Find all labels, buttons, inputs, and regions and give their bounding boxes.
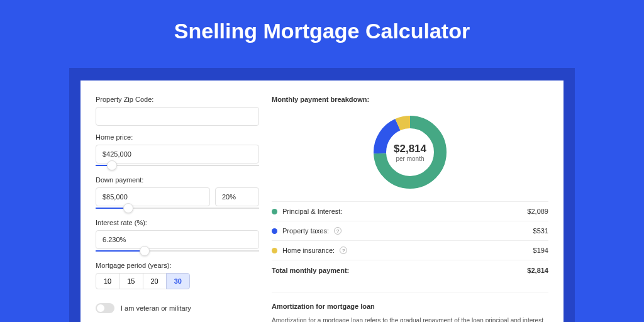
zip-input[interactable] bbox=[96, 107, 259, 126]
legend-label: Home insurance: bbox=[282, 247, 335, 254]
dot-icon bbox=[272, 248, 277, 253]
dot-icon bbox=[272, 228, 277, 234]
period-label: Mortgage period (years): bbox=[96, 262, 259, 269]
legend-value: $531 bbox=[533, 227, 548, 235]
donut-center: $2,814 per month bbox=[372, 114, 448, 190]
dot-icon bbox=[272, 209, 277, 214]
donut-sub: per month bbox=[396, 155, 424, 162]
slider-fill bbox=[96, 250, 145, 252]
total-row: Total monthly payment: $2,814 bbox=[272, 260, 548, 280]
form-column: Property Zip Code: Home price: Down paym… bbox=[96, 96, 259, 307]
breakdown-column: Monthly payment breakdown: $2,814 per mo… bbox=[272, 96, 548, 307]
donut-value: $2,814 bbox=[394, 143, 426, 155]
home-price-label: Home price: bbox=[96, 133, 259, 141]
slider-thumb[interactable] bbox=[123, 203, 133, 213]
amortization-title: Amortization for mortgage loan bbox=[272, 303, 548, 310]
donut-chart-wrap: $2,814 per month bbox=[272, 108, 548, 201]
legend-label: Property taxes: bbox=[282, 227, 329, 235]
period-button-15[interactable]: 15 bbox=[119, 273, 143, 289]
veteran-label: I am veteran or military bbox=[121, 304, 191, 312]
period-button-10[interactable]: 10 bbox=[96, 273, 119, 289]
rate-label: Interest rate (%): bbox=[96, 219, 259, 226]
help-icon[interactable]: ? bbox=[334, 227, 341, 235]
zip-label: Property Zip Code: bbox=[96, 96, 259, 103]
home-price-slider[interactable] bbox=[96, 162, 259, 169]
down-payment-slider[interactable] bbox=[96, 205, 259, 211]
legend-value: $194 bbox=[533, 247, 548, 254]
legend-row-principal: Principal & Interest: $2,089 bbox=[272, 201, 548, 221]
slider-track bbox=[96, 165, 259, 166]
down-payment-label: Down payment: bbox=[96, 176, 259, 184]
legend-row-taxes: Property taxes: ? $531 bbox=[272, 221, 548, 240]
total-value: $2,814 bbox=[527, 267, 548, 274]
period-button-30[interactable]: 30 bbox=[166, 273, 190, 289]
slider-thumb[interactable] bbox=[140, 246, 150, 256]
legend-label: Principal & Interest: bbox=[282, 208, 342, 215]
legend-value: $2,089 bbox=[527, 208, 548, 215]
rate-slider[interactable] bbox=[96, 248, 259, 254]
down-payment-pct-input[interactable] bbox=[215, 187, 259, 206]
toggle-knob bbox=[97, 304, 104, 312]
help-icon[interactable]: ? bbox=[340, 247, 347, 254]
breakdown-title: Monthly payment breakdown: bbox=[272, 96, 548, 108]
period-button-20[interactable]: 20 bbox=[143, 273, 167, 289]
calculator-panel: Property Zip Code: Home price: Down paym… bbox=[80, 80, 564, 322]
amortization-section: Amortization for mortgage loan Amortizat… bbox=[272, 292, 548, 322]
rate-input[interactable] bbox=[96, 230, 259, 249]
page-title: Snelling Mortgage Calculator bbox=[0, 0, 644, 50]
amortization-text: Amortization for a mortgage loan refers … bbox=[272, 316, 548, 322]
home-price-input[interactable] bbox=[96, 145, 259, 164]
slider-thumb[interactable] bbox=[107, 160, 117, 170]
down-payment-input[interactable] bbox=[96, 187, 210, 206]
veteran-toggle[interactable] bbox=[96, 303, 114, 313]
legend-row-insurance: Home insurance: ? $194 bbox=[272, 240, 548, 260]
donut-chart: $2,814 per month bbox=[372, 114, 448, 190]
period-button-group: 10 15 20 30 bbox=[96, 273, 259, 289]
total-label: Total monthly payment: bbox=[272, 267, 349, 274]
